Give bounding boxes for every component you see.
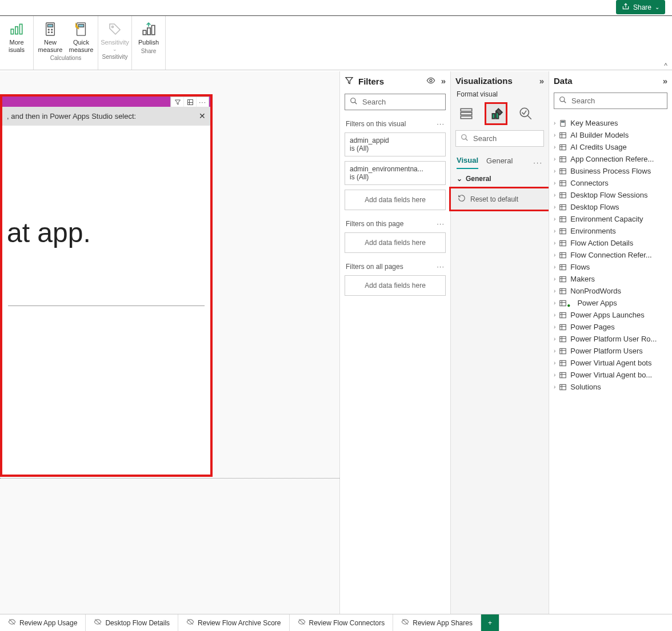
data-table-item[interactable]: ›Power Platform Users	[553, 345, 669, 357]
data-table-item[interactable]: ›●Power Apps	[553, 297, 669, 309]
data-table-item[interactable]: ›Flow Connection Refer...	[553, 249, 669, 261]
data-table-item[interactable]: ›Makers	[553, 273, 669, 285]
collapse-ribbon-icon[interactable]: ^	[664, 62, 667, 70]
filter-card[interactable]: admin_environmentna... is (All)	[345, 161, 446, 185]
data-table-item[interactable]: ›Desktop Flow Sessions	[553, 189, 669, 201]
chevron-right-icon: ›	[554, 324, 555, 330]
data-table-item[interactable]: ›Power Virtual Agent bo...	[553, 369, 669, 381]
filter-card[interactable]: admin_appid is (All)	[345, 132, 446, 156]
svg-rect-28	[560, 132, 566, 138]
more-icon[interactable]: ···	[437, 219, 445, 228]
publish-icon	[141, 21, 157, 38]
data-table-item[interactable]: ›Power Pages	[553, 321, 669, 333]
add-visual-filter[interactable]: Add data fields here	[345, 190, 446, 210]
data-table-item[interactable]: ›Power Virtual Agent bots	[553, 357, 669, 369]
focus-mode-icon[interactable]	[183, 97, 196, 107]
tab-general[interactable]: General	[486, 156, 513, 168]
data-table-item[interactable]: ›Environments	[553, 225, 669, 237]
filters-search[interactable]: Search	[345, 94, 446, 110]
close-icon[interactable]: ✕	[199, 111, 206, 120]
collapse-pane-icon[interactable]: »	[539, 76, 544, 86]
table-icon	[559, 275, 567, 283]
data-table-item[interactable]: ›Environment Capacity	[553, 213, 669, 225]
table-name: Flow Connection Refer...	[570, 251, 651, 259]
page-tab[interactable]: Review App Shares	[393, 614, 481, 631]
tab-visual[interactable]: Visual	[457, 156, 478, 169]
more-icon[interactable]: ···	[437, 262, 445, 271]
selected-visual[interactable]: ··· , and then in Power Apps Studio sele…	[0, 94, 213, 477]
add-page-button[interactable]: +	[481, 614, 499, 631]
svg-rect-32	[560, 180, 566, 186]
table-name: Power Platform Users	[570, 347, 642, 355]
more-icon[interactable]: ···	[533, 158, 543, 167]
add-page-filter[interactable]: Add data fields here	[345, 232, 446, 253]
more-icon[interactable]: ···	[437, 119, 445, 128]
svg-rect-39	[560, 264, 566, 270]
svg-rect-48	[560, 372, 566, 377]
table-icon	[559, 167, 567, 175]
svg-rect-0	[11, 29, 13, 34]
collapse-pane-icon[interactable]: »	[441, 76, 446, 87]
chevron-right-icon: ›	[554, 180, 555, 186]
hidden-page-icon	[8, 618, 16, 628]
table-name: Desktop Flow Sessions	[570, 191, 647, 199]
reset-to-default-button[interactable]: Reset to default	[451, 188, 549, 210]
filters-page-section: Filters on this page ···	[340, 216, 450, 231]
more-visuals-button[interactable]: More isuals	[3, 19, 30, 53]
chevron-right-icon: ›	[554, 360, 555, 366]
quick-measure-button[interactable]: Quick measure	[68, 19, 94, 53]
svg-rect-43	[560, 312, 566, 317]
data-table-item[interactable]: ›Business Process Flows	[553, 165, 669, 177]
chevron-right-icon: ›	[554, 384, 555, 390]
ribbon-group-label: Share	[141, 46, 157, 57]
visual-title-bar[interactable]: ···	[2, 97, 210, 107]
data-table-item[interactable]: ›Flow Action Details	[553, 237, 669, 249]
page-tab[interactable]: Review Flow Connectors	[290, 614, 394, 631]
page-tab[interactable]: Review App Usage	[0, 614, 86, 631]
viz-search[interactable]: Search	[455, 130, 544, 147]
sensitivity-button[interactable]: Sensitivity ⌄	[102, 19, 128, 52]
chevron-right-icon: ›	[554, 120, 555, 126]
format-visual-icon[interactable]	[486, 104, 506, 123]
data-search[interactable]: Search	[554, 93, 667, 109]
viz-subtitle: Format visual	[451, 90, 549, 102]
table-name: Power Platform User Ro...	[570, 335, 657, 343]
svg-rect-10	[78, 25, 83, 27]
share-button[interactable]: Share ⌄	[616, 0, 665, 14]
table-icon	[559, 383, 567, 391]
filters-title: Filters	[358, 77, 384, 86]
data-table-item[interactable]: ›App Connection Refere...	[553, 153, 669, 165]
collapse-pane-icon[interactable]: »	[663, 76, 667, 86]
data-table-item[interactable]: ›AI Builder Models	[553, 129, 669, 141]
data-table-item[interactable]: ›Power Platform User Ro...	[553, 333, 669, 345]
svg-rect-1	[15, 27, 18, 34]
page-tab[interactable]: Desktop Flow Details	[86, 614, 178, 631]
data-table-item[interactable]: ›Key Measures	[553, 117, 669, 129]
data-table-item[interactable]: ›Connectors	[553, 177, 669, 189]
add-report-filter[interactable]: Add data fields here	[345, 275, 446, 296]
data-table-item[interactable]: ›NonProdWords	[553, 285, 669, 297]
svg-rect-45	[560, 336, 566, 341]
table-name: Flows	[570, 263, 590, 271]
table-name: Power Virtual Agent bots	[570, 359, 651, 367]
ribbon-group-calculations: New measure Quick measure Calculations	[34, 16, 98, 70]
data-table-item[interactable]: ›Desktop Flows	[553, 201, 669, 213]
canvas-page[interactable]: ··· , and then in Power Apps Studio sele…	[0, 71, 339, 614]
data-table-item[interactable]: ›Power Apps Launches	[553, 309, 669, 321]
filter-icon[interactable]	[171, 97, 183, 107]
chevron-right-icon: ›	[554, 216, 555, 222]
data-table-item[interactable]: ›Solutions	[553, 381, 669, 393]
svg-rect-20	[461, 116, 472, 118]
analytics-icon[interactable]	[516, 104, 535, 123]
more-options-icon[interactable]: ···	[196, 97, 209, 107]
new-measure-button[interactable]: New measure	[37, 19, 63, 53]
search-placeholder: Search	[571, 97, 595, 105]
page-tab[interactable]: Review Flow Archive Score	[178, 614, 289, 631]
table-icon	[559, 323, 567, 331]
publish-button[interactable]: Publish	[135, 19, 162, 46]
data-table-item[interactable]: ›Flows	[553, 261, 669, 273]
viz-section-general[interactable]: ⌄ General	[451, 169, 549, 185]
eye-icon[interactable]	[426, 76, 435, 87]
data-table-item[interactable]: ›AI Credits Usage	[553, 141, 669, 153]
build-visual-icon[interactable]	[457, 104, 476, 123]
